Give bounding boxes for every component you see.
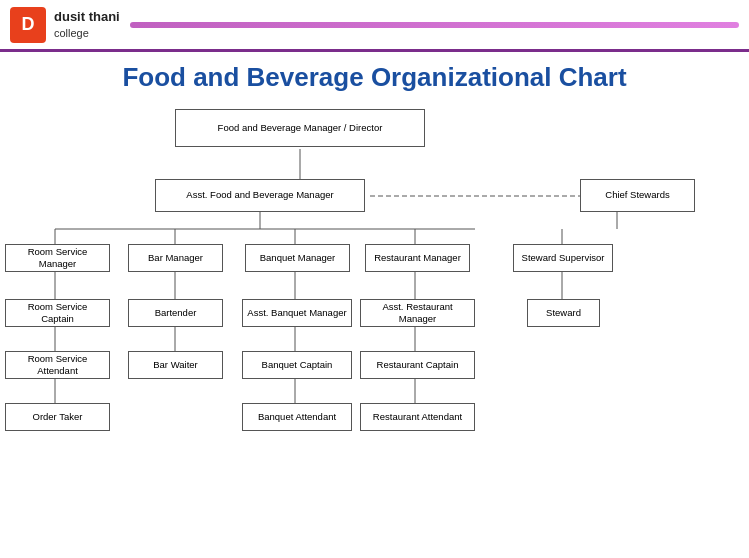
restaurant-captain-label: Restaurant Captain — [377, 359, 459, 371]
restaurant-manager-label: Restaurant Manager — [374, 252, 461, 264]
asst-fnb-manager-label: Asst. Food and Beverage Manager — [186, 189, 333, 201]
restaurant-attendant-label: Restaurant Attendant — [373, 411, 462, 423]
logo-box: D — [10, 7, 46, 43]
logo-line1: dusit thani — [54, 9, 120, 24]
header-accent — [130, 22, 739, 28]
logo-text: dusit thani college — [54, 9, 120, 40]
banquet-manager-node: Banquet Manager — [245, 244, 350, 272]
steward-label: Steward — [546, 307, 581, 319]
room-service-manager-node: Room Service Manager — [5, 244, 110, 272]
restaurant-manager-node: Restaurant Manager — [365, 244, 470, 272]
order-taker-label: Order Taker — [33, 411, 83, 423]
chief-stewards-label: Chief Stewards — [605, 189, 669, 201]
bar-manager-node: Bar Manager — [128, 244, 223, 272]
steward-supervisor-label: Steward Supervisor — [522, 252, 605, 264]
logo-letter: D — [22, 14, 35, 35]
room-service-attendant-label: Room Service Attendant — [10, 353, 105, 378]
asst-restaurant-manager-label: Asst. Restaurant Manager — [365, 301, 470, 326]
fnb-director-node: Food and Beverage Manager / Director — [175, 109, 425, 147]
asst-banquet-manager-node: Asst. Banquet Manager — [242, 299, 352, 327]
title-section: Food and Beverage Organizational Chart — [0, 52, 749, 99]
logo-line2: college — [54, 27, 89, 39]
room-service-captain-label: Room Service Captain — [10, 301, 105, 326]
asst-restaurant-manager-node: Asst. Restaurant Manager — [360, 299, 475, 327]
bar-manager-label: Bar Manager — [148, 252, 203, 264]
org-chart: Food and Beverage Manager / Director Ass… — [0, 99, 749, 558]
banquet-captain-node: Banquet Captain — [242, 351, 352, 379]
bartender-node: Bartender — [128, 299, 223, 327]
banquet-captain-label: Banquet Captain — [262, 359, 333, 371]
order-taker-node: Order Taker — [5, 403, 110, 431]
room-service-manager-label: Room Service Manager — [10, 246, 105, 271]
bar-waiter-node: Bar Waiter — [128, 351, 223, 379]
restaurant-captain-node: Restaurant Captain — [360, 351, 475, 379]
bar-waiter-label: Bar Waiter — [153, 359, 198, 371]
connectors — [0, 99, 749, 558]
room-service-attendant-node: Room Service Attendant — [5, 351, 110, 379]
room-service-captain-node: Room Service Captain — [5, 299, 110, 327]
asst-fnb-manager-node: Asst. Food and Beverage Manager — [155, 179, 365, 212]
header: D dusit thani college — [0, 0, 749, 52]
banquet-attendant-label: Banquet Attendant — [258, 411, 336, 423]
steward-node: Steward — [527, 299, 600, 327]
bartender-label: Bartender — [155, 307, 197, 319]
steward-supervisor-node: Steward Supervisor — [513, 244, 613, 272]
chief-stewards-node: Chief Stewards — [580, 179, 695, 212]
asst-banquet-manager-label: Asst. Banquet Manager — [247, 307, 346, 319]
banquet-manager-label: Banquet Manager — [260, 252, 336, 264]
page-title: Food and Beverage Organizational Chart — [0, 62, 749, 93]
restaurant-attendant-node: Restaurant Attendant — [360, 403, 475, 431]
fnb-director-label: Food and Beverage Manager / Director — [218, 122, 383, 134]
banquet-attendant-node: Banquet Attendant — [242, 403, 352, 431]
